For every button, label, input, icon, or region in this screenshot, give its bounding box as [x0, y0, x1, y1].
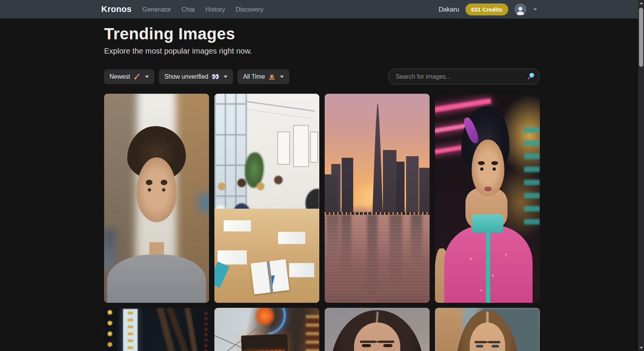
- person-icon: [515, 5, 526, 15]
- photo-art-layer: [325, 212, 430, 215]
- mantel-clock-icon: [268, 73, 275, 80]
- image-card[interactable]: [214, 308, 319, 351]
- username-label: Dakaru: [438, 6, 459, 13]
- image-card[interactable]: [325, 308, 430, 351]
- photo-art-layer: [105, 308, 115, 351]
- nav-link-chat[interactable]: Chat: [182, 6, 195, 13]
- photo-art-layer: [325, 215, 430, 303]
- page-subtitle: Explore the most popular images right no…: [104, 47, 540, 56]
- nav-link-discovery[interactable]: Discovery: [236, 6, 263, 13]
- photo-art-layer: [137, 157, 176, 222]
- photo-art-layer: [306, 315, 319, 351]
- photo-art-layer: [122, 308, 139, 351]
- photo-art-layer: [484, 187, 492, 191]
- scrollbar-thumb[interactable]: [639, 8, 643, 67]
- brand-logo[interactable]: Kronos: [101, 4, 132, 14]
- credits-badge[interactable]: 631 Credits: [465, 3, 508, 15]
- search-input[interactable]: [388, 69, 540, 84]
- photo-art-layer: [435, 308, 462, 351]
- image-grid: [104, 94, 540, 351]
- user-avatar[interactable]: [514, 3, 526, 15]
- time-filter-button[interactable]: All Time: [238, 69, 289, 84]
- photo-art-layer: [254, 308, 275, 326]
- photo-art-layer: [361, 344, 393, 347]
- photo-art-layer: [524, 127, 540, 228]
- magnifier-icon[interactable]: [527, 72, 535, 81]
- photo-art-layer: [486, 232, 490, 303]
- filter-toolbar: Newest Show unverified: [104, 69, 540, 84]
- navbar: Kronos Generator Chat History Discovery …: [0, 0, 638, 19]
- page-scrollbar[interactable]: [638, 0, 644, 351]
- image-card[interactable]: [435, 94, 540, 303]
- page-title: Trending Images: [104, 25, 540, 43]
- paintbrush-icon: [133, 73, 140, 80]
- photo-art-layer: [107, 255, 206, 303]
- nav-link-history[interactable]: History: [205, 6, 225, 13]
- photo-art-layer: [472, 214, 503, 233]
- photo-art-layer: [360, 341, 394, 343]
- photo-art-layer: [148, 308, 209, 351]
- image-card[interactable]: [104, 308, 209, 351]
- image-card[interactable]: [325, 94, 430, 303]
- user-menu-caret-icon[interactable]: [533, 8, 537, 10]
- photo-art-layer: [293, 125, 309, 167]
- sort-filter-label: Newest: [110, 73, 130, 80]
- photo-art-layer: [475, 341, 500, 343]
- eyes-icon: [212, 73, 219, 80]
- chevron-down-icon: [224, 76, 228, 78]
- photo-art-layer: [310, 132, 319, 163]
- image-card[interactable]: [104, 94, 209, 303]
- time-filter-label: All Time: [243, 73, 265, 80]
- nav-link-generator[interactable]: Generator: [142, 6, 171, 13]
- photo-art-layer: [241, 334, 288, 351]
- image-card[interactable]: [214, 94, 319, 303]
- chevron-down-icon: [145, 76, 149, 78]
- main-nav: Generator Chat History Discovery: [142, 6, 263, 13]
- chevron-down-icon: [280, 76, 284, 78]
- scroll-up-arrow-icon[interactable]: [639, 2, 643, 4]
- photo-art-layer: [277, 132, 290, 165]
- scroll-down-arrow-icon[interactable]: [639, 347, 643, 349]
- main-content: Trending Images Explore the most popular…: [104, 25, 540, 351]
- search-box: [388, 69, 540, 84]
- sort-filter-button[interactable]: Newest: [104, 69, 154, 84]
- verified-filter-label: Show unverified: [164, 73, 208, 80]
- verified-filter-button[interactable]: Show unverified: [159, 69, 233, 84]
- photo-art-layer: [476, 345, 499, 348]
- photo-art-layer: [250, 259, 290, 294]
- image-card[interactable]: [435, 308, 540, 351]
